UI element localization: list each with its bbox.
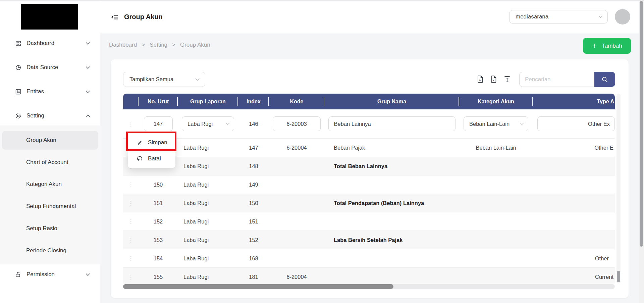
lock-icon <box>15 271 22 278</box>
col-type-akun: Type A <box>533 94 615 109</box>
table-row: ⋮ 155 Laba Rugi 181 6-20004 Current <box>123 268 615 284</box>
simpan-label: Simpan <box>148 139 167 146</box>
page-scrollbar <box>639 0 644 303</box>
svg-text:A: A <box>479 79 481 82</box>
sliders-icon <box>15 88 22 95</box>
table-row: ⋮ Laba Rugi 147 6-20004 Beban Pajak Beba… <box>123 139 615 157</box>
filter-select-value: Tampilkan Semua <box>129 76 173 83</box>
table-horizontal-scrollbar <box>123 284 615 289</box>
breadcrumb: Dashboard > Setting > Group Akun <box>109 42 210 48</box>
breadcrumb-separator: > <box>142 42 145 48</box>
content-card: Tampilkan Semua A x No. Urut Grup Lapora… <box>111 59 629 298</box>
col-kategori-akun: Kategori Akun <box>459 94 533 109</box>
undo-icon <box>137 155 143 162</box>
row-drag-handle[interactable]: ⋮ <box>128 121 134 127</box>
table-vertical-scrollbar <box>616 94 621 284</box>
sidebar-item-label: Dashboard <box>26 40 54 47</box>
collapse-sidebar-icon[interactable] <box>111 13 119 21</box>
chevron-down-icon <box>86 273 90 276</box>
col-index: Index <box>238 94 269 109</box>
sidebar-item-setting[interactable]: Setting <box>0 108 100 123</box>
chevron-down-icon <box>86 90 90 93</box>
page-scrollbar-thumb[interactable] <box>640 1 643 247</box>
page-title-wrap: Group Akun <box>111 0 163 34</box>
setting-submenu: Group Akun Chart of Account Kategori Aku… <box>0 125 100 264</box>
grup-laporan-value: Laba Rugi <box>187 121 213 127</box>
col-grup-nama: Grup Nama <box>324 94 459 109</box>
sidebar-item-label: Entitas <box>26 88 44 95</box>
row-drag-handle[interactable]: ⋮ <box>128 237 134 243</box>
chevron-down-icon <box>517 122 524 125</box>
table-row: ⋮ 150 Laba Rugi 149 <box>123 175 615 194</box>
grup-nama-input[interactable]: Beban Lainnya <box>328 116 455 131</box>
sidebar-item-group-akun[interactable]: Group Akun <box>2 131 98 150</box>
table-row: ⋮ 151 Laba Rugi 150 Total Pendapatan (Be… <box>123 194 615 212</box>
sidebar-item-periode-closing[interactable]: Periode Closing <box>0 243 100 258</box>
row-height-icon[interactable] <box>502 74 512 84</box>
company-select-value: mediasarana <box>516 13 548 20</box>
topbar: Group Akun mediasarana <box>100 0 644 34</box>
no-urut-input[interactable]: 147 <box>144 116 173 131</box>
col-no-urut: No. Urut <box>139 94 178 109</box>
sidebar-item-dashboard[interactable]: Dashboard <box>0 36 100 51</box>
tambah-label: Tambah <box>602 43 622 49</box>
row-drag-handle[interactable]: ⋮ <box>128 274 134 280</box>
kategori-akun-value: Beban Lain-Lain <box>469 121 509 127</box>
filter-select[interactable]: Tampilkan Semua <box>123 72 205 87</box>
table-body: ⋮ Laba Rugi 147 6-20004 Beban Pajak Beba… <box>123 139 615 284</box>
app-logo <box>21 4 78 30</box>
sidebar-item-label: Setting <box>26 112 44 119</box>
horizontal-scrollbar-thumb[interactable] <box>123 284 393 289</box>
table-row: ⋮ 154 Laba Rugi 168 Other <box>123 249 615 268</box>
svg-text:x: x <box>493 79 494 82</box>
sub-item-label: Setup Fundamental <box>26 203 76 210</box>
sidebar-item-label: Permission <box>26 271 55 278</box>
sidebar-item-kategori-akun[interactable]: Kategori Akun <box>0 177 100 192</box>
breadcrumb-group-akun[interactable]: Group Akun <box>180 42 210 48</box>
row-drag-handle[interactable]: ⋮ <box>128 256 134 261</box>
sidebar-item-setup-fundamental[interactable]: Setup Fundamental <box>0 199 100 214</box>
sub-item-label: Chart of Account <box>26 159 68 166</box>
export-pdf-icon[interactable]: A <box>476 74 485 84</box>
sidebar-item-setup-rasio[interactable]: Setup Rasio <box>0 221 100 236</box>
row-drag-handle[interactable]: ⋮ <box>128 200 134 206</box>
kode-input[interactable]: 6-20003 <box>273 116 321 131</box>
vertical-scrollbar-thumb[interactable] <box>617 271 620 282</box>
table: No. Urut Grup Laporan Index Kode Grup Na… <box>123 94 615 284</box>
batal-menu-item[interactable]: Batal <box>128 151 175 167</box>
row-drag-handle[interactable]: ⋮ <box>128 219 134 224</box>
search-input[interactable] <box>519 72 594 87</box>
sub-item-label: Periode Closing <box>26 247 66 254</box>
simpan-menu-item[interactable]: Simpan <box>128 135 175 151</box>
edit-pencil-icon <box>137 139 143 146</box>
tambah-button[interactable]: Tambah <box>583 38 631 54</box>
grup-laporan-select[interactable]: Laba Rugi <box>182 116 234 131</box>
row-context-menu: Simpan Batal <box>128 133 175 168</box>
chevron-down-icon <box>222 122 230 125</box>
sidebar-item-entitas[interactable]: Entitas <box>0 84 100 99</box>
avatar[interactable] <box>615 9 630 24</box>
company-select[interactable]: mediasarana <box>509 10 608 23</box>
sidebar-item-label: Data Source <box>26 64 58 71</box>
type-akun-input[interactable]: Other Ex <box>537 116 615 131</box>
search-button[interactable] <box>594 72 615 87</box>
breadcrumb-separator: > <box>172 42 175 48</box>
sidebar-item-data-source[interactable]: Data Source <box>0 60 100 75</box>
breadcrumb-dashboard[interactable]: Dashboard <box>109 42 137 48</box>
sub-item-label: Kategori Akun <box>26 181 62 188</box>
grid-icon <box>15 40 22 47</box>
breadcrumb-setting[interactable]: Setting <box>150 42 167 48</box>
index-cell: 146 <box>238 109 269 138</box>
chevron-down-icon <box>598 15 603 18</box>
kategori-akun-select[interactable]: Beban Lain-Lain <box>464 116 528 131</box>
export-excel-icon[interactable]: x <box>489 74 498 84</box>
sidebar-item-permission[interactable]: Permission <box>0 267 100 282</box>
row-drag-handle[interactable]: ⋮ <box>128 182 134 188</box>
table-edit-row: ⋮ 147 Laba Rugi 146 6-20003 Beban Lainny… <box>123 109 615 139</box>
sidebar-item-chart-of-account[interactable]: Chart of Account <box>0 155 100 170</box>
table-header-row: No. Urut Grup Laporan Index Kode Grup Na… <box>123 94 615 109</box>
sub-item-label: Setup Rasio <box>26 225 57 232</box>
col-actions <box>123 94 139 109</box>
pie-chart-icon <box>15 64 22 71</box>
sidebar: Dashboard Data Source Entitas Setting <box>0 0 100 303</box>
